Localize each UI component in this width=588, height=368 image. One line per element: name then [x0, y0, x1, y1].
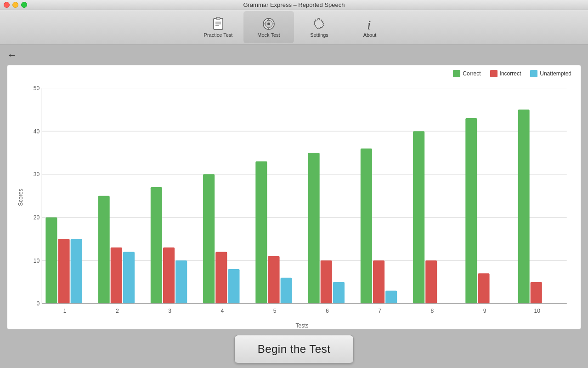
- about-icon: i: [362, 17, 377, 31]
- svg-rect-44: [281, 278, 292, 304]
- svg-rect-32: [123, 252, 135, 303]
- svg-rect-55: [425, 260, 437, 304]
- svg-text:7: 7: [378, 307, 381, 315]
- correct-color-swatch: [453, 70, 460, 77]
- svg-rect-40: [228, 269, 239, 304]
- svg-rect-26: [45, 218, 57, 304]
- svg-text:0: 0: [37, 300, 40, 307]
- minimize-button[interactable]: [12, 2, 18, 8]
- unattempted-color-swatch: [530, 70, 537, 77]
- toolbar-item-mock-test[interactable]: Mock Test: [243, 11, 294, 43]
- svg-text:4: 4: [220, 307, 224, 315]
- svg-rect-51: [373, 260, 384, 304]
- toolbar-item-settings[interactable]: Settings: [294, 11, 345, 43]
- svg-rect-30: [98, 196, 110, 304]
- svg-rect-57: [465, 118, 477, 304]
- back-button[interactable]: ←: [7, 49, 17, 61]
- svg-rect-38: [203, 174, 215, 304]
- toolbar: Practice Test Mock Test Settings i About: [0, 10, 588, 45]
- svg-text:3: 3: [168, 307, 171, 315]
- svg-text:10: 10: [534, 307, 540, 315]
- svg-text:2: 2: [116, 307, 119, 315]
- svg-rect-54: [413, 131, 424, 304]
- traffic-lights: [4, 2, 27, 8]
- bar-chart: 0102030405012345678910: [28, 70, 576, 324]
- svg-rect-36: [175, 260, 187, 304]
- svg-rect-61: [531, 282, 542, 304]
- svg-rect-47: [321, 260, 332, 304]
- incorrect-label: Incorrect: [500, 70, 521, 77]
- toolbar-item-about[interactable]: i About: [345, 11, 395, 43]
- svg-text:1: 1: [63, 307, 67, 315]
- svg-rect-34: [151, 187, 162, 304]
- incorrect-color-swatch: [490, 70, 498, 77]
- legend: Correct Incorrect Unattempted: [453, 70, 571, 77]
- svg-rect-27: [58, 239, 69, 304]
- svg-text:40: 40: [34, 127, 40, 135]
- svg-rect-58: [478, 273, 489, 304]
- y-axis-label: Scores: [17, 189, 24, 206]
- settings-icon: [312, 17, 327, 31]
- svg-rect-42: [255, 161, 267, 304]
- svg-rect-28: [71, 239, 82, 304]
- mock-test-icon: [261, 17, 276, 31]
- svg-text:10: 10: [34, 257, 40, 264]
- svg-text:50: 50: [34, 84, 40, 92]
- svg-rect-52: [385, 291, 397, 304]
- main-content: ← Scores Correct Incorrect Unattempted 0…: [0, 45, 588, 368]
- maximize-button[interactable]: [21, 2, 27, 8]
- settings-label: Settings: [310, 32, 328, 38]
- correct-label: Correct: [463, 70, 481, 77]
- legend-unattempted: Unattempted: [530, 70, 571, 77]
- unattempted-label: Unattempted: [540, 70, 571, 77]
- svg-rect-43: [268, 256, 279, 304]
- svg-rect-1: [216, 17, 220, 19]
- svg-text:6: 6: [326, 307, 329, 315]
- titlebar: Grammar Express – Reported Speech: [0, 0, 588, 10]
- svg-text:i: i: [367, 17, 371, 31]
- back-row: ←: [7, 49, 581, 61]
- legend-correct: Correct: [453, 70, 481, 77]
- clipboard-icon: [211, 17, 226, 31]
- svg-rect-60: [518, 109, 530, 304]
- chart-container: Scores Correct Incorrect Unattempted 010…: [7, 65, 581, 329]
- begin-test-button[interactable]: Begin the Test: [234, 335, 354, 363]
- about-label: About: [363, 32, 377, 38]
- svg-rect-31: [111, 247, 122, 304]
- svg-text:9: 9: [483, 307, 486, 315]
- toolbar-item-practice-test[interactable]: Practice Test: [193, 11, 243, 43]
- svg-rect-35: [163, 247, 175, 304]
- svg-rect-39: [215, 252, 227, 303]
- svg-rect-46: [308, 153, 320, 304]
- svg-text:30: 30: [34, 171, 40, 178]
- close-button[interactable]: [4, 2, 10, 8]
- legend-incorrect: Incorrect: [490, 70, 521, 77]
- mock-test-label: Mock Test: [257, 32, 280, 38]
- window-title: Grammar Express – Reported Speech: [243, 1, 345, 8]
- svg-rect-50: [361, 149, 372, 304]
- svg-text:8: 8: [430, 307, 434, 315]
- practice-test-label: Practice Test: [204, 32, 233, 38]
- svg-text:5: 5: [273, 307, 277, 315]
- svg-rect-48: [333, 282, 345, 304]
- svg-point-7: [267, 23, 270, 25]
- svg-text:20: 20: [34, 213, 40, 221]
